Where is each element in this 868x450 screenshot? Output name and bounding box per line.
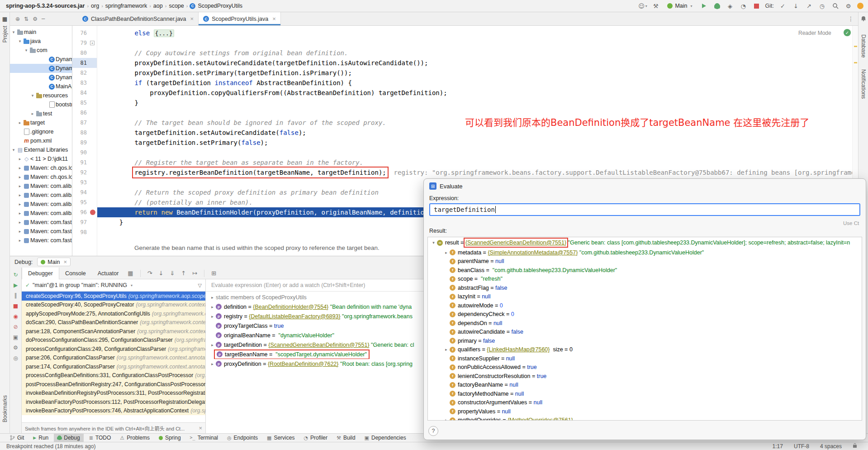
code-line[interactable]: proxyDefinition.setPrimary(targetDefinit… xyxy=(97,68,853,78)
run-config-selector[interactable]: Main ▾ xyxy=(664,2,695,10)
step-over-icon[interactable]: ↷ xyxy=(147,270,152,277)
tree-row[interactable]: ▸Maven: com.alibaba.cloud:spring-cloud-a… xyxy=(10,182,72,191)
result-child-row[interactable]: fparentName = null xyxy=(428,257,862,266)
expand-chevron-icon[interactable]: ▸ xyxy=(209,314,215,319)
avatar[interactable] xyxy=(857,3,863,9)
view-breakpoints-icon[interactable]: ◉ xyxy=(13,314,18,319)
settings-gear-icon[interactable]: ⚙ xyxy=(844,2,853,10)
close-icon[interactable]: × xyxy=(272,15,276,22)
tree-row[interactable]: ▸◇< 11 > D:\jdk11 xyxy=(10,154,72,163)
tab-debugger[interactable]: Debugger xyxy=(22,268,59,279)
result-child-row[interactable]: fnonPublicAccessAllowed = true xyxy=(428,363,862,372)
history-clock-icon[interactable]: ◷ xyxy=(818,2,826,10)
run-button[interactable] xyxy=(700,2,708,10)
sidebar-tab-notifications[interactable]: Notifications xyxy=(860,69,867,99)
tree-chevron-icon[interactable]: ▾ xyxy=(17,39,23,43)
reader-mode-label[interactable]: Reader Mode xyxy=(798,30,831,36)
indent-setting[interactable]: 4 spaces xyxy=(820,443,842,450)
stack-frame[interactable]: parse:206, ConfigurationClassParser(org.… xyxy=(22,354,205,363)
debug-settings-gear-icon[interactable]: ⚙ xyxy=(13,345,18,350)
tree-row[interactable]: ▾java xyxy=(10,37,72,46)
breadcrumb-item[interactable]: spring-aop-5.3.24-sources.jar xyxy=(6,3,85,9)
result-child-row[interactable]: ▸fmetadata = {SimpleAnnotationMetadata@7… xyxy=(428,248,862,257)
object-reference[interactable]: {BeanDefinitionHolder@7554} xyxy=(253,304,328,310)
close-icon[interactable]: × xyxy=(63,259,67,265)
tab-actuator[interactable]: Actuator xyxy=(92,268,125,279)
git-push-icon[interactable]: ↗ xyxy=(805,2,813,10)
expand-chevron-icon[interactable]: ▸ xyxy=(209,305,215,309)
code-line[interactable] xyxy=(97,38,853,48)
tree-row[interactable]: ▸test xyxy=(10,109,72,118)
tree-chevron-icon[interactable]: ▸ xyxy=(17,166,23,170)
tool-button-endpoints[interactable]: ◎Endpoints xyxy=(223,434,261,442)
tree-row[interactable]: ▸Maven: com.fasterxml.jackson.core:jacks… xyxy=(10,218,72,227)
tree-chevron-icon[interactable]: ▾ xyxy=(11,30,16,34)
stack-frame[interactable]: invokeBeanFactoryPostProcessors:746, Abs… xyxy=(22,407,205,416)
code-line[interactable]: proxyDefinition.setAutowireCandidate(tar… xyxy=(97,58,853,68)
stack-frame[interactable]: postProcessBeanDefinitionRegistry:247, C… xyxy=(22,380,205,389)
expand-chevron-icon[interactable]: ▸ xyxy=(443,418,449,421)
tree-chevron-icon[interactable]: ▾ xyxy=(24,48,29,53)
coverage-button[interactable]: ◈ xyxy=(726,2,735,10)
result-child-row[interactable]: flenientConstructorResolution = true xyxy=(428,372,862,381)
status-message[interactable]: Breakpoint reached (18 minutes ago) xyxy=(6,443,95,450)
run-to-cursor-icon[interactable]: ↦ xyxy=(192,270,197,277)
expression-input[interactable]: targetDefinition xyxy=(429,203,860,216)
tool-button-git[interactable]: Git xyxy=(6,434,28,442)
collaboration-users-icon[interactable]: ☺▾ xyxy=(638,2,647,10)
result-child-row[interactable]: fdependencyCheck = 0 xyxy=(428,310,862,319)
stack-frame[interactable]: createScopedProxy:40, ScopedProxyCreator… xyxy=(22,301,205,310)
tree-row[interactable]: mpom.xml xyxy=(10,136,72,145)
tree-row[interactable]: .gitignore xyxy=(10,127,72,136)
stack-frame[interactable]: processConfigBeanDefinitions:331, Config… xyxy=(22,371,205,380)
code-line[interactable]: targetDefinition.setAutowireCandidate(fa… xyxy=(97,128,853,138)
code-line[interactable]: // Copy autowire settings from original … xyxy=(97,48,853,58)
tab-console[interactable]: Console xyxy=(59,268,92,279)
tree-row[interactable]: ▸Maven: com.fasterxml.jackson.core:jacks… xyxy=(10,227,72,236)
object-reference[interactable]: {MethodOverrides@7561} xyxy=(508,417,573,421)
tool-button-problems[interactable]: ⚠Problems xyxy=(116,434,153,442)
gutter-line[interactable]: 79+ xyxy=(72,38,97,48)
tree-chevron-icon[interactable]: ▸ xyxy=(17,175,23,179)
object-reference[interactable]: {SimpleAnnotationMetadata@7557} xyxy=(488,249,578,256)
git-update-icon[interactable]: ↓ xyxy=(792,2,800,10)
tree-row[interactable]: ▾main xyxy=(10,28,72,37)
code-line[interactable]: } xyxy=(97,98,853,108)
tool-button-debug[interactable]: Debug xyxy=(54,434,83,442)
result-child-row[interactable]: ▸fqualifiers = {LinkedHashMap@7560} size… xyxy=(428,345,862,354)
locate-file-icon[interactable]: ⊕ xyxy=(15,16,20,22)
fold-expand-icon[interactable]: + xyxy=(90,41,95,45)
result-row[interactable]: ▾∞result = {ScannedGenericBeanDefinition… xyxy=(428,237,862,248)
tree-chevron-icon[interactable]: ▸ xyxy=(17,184,23,188)
debug-button[interactable] xyxy=(713,2,721,10)
tool-button-profiler[interactable]: ◔Profiler xyxy=(300,434,331,442)
tree-chevron-icon[interactable]: ▸ xyxy=(17,120,23,125)
tool-button-terminal[interactable]: >_Terminal xyxy=(186,434,222,442)
result-child-row[interactable]: fconstructorArgumentValues = null xyxy=(428,398,862,407)
tree-row[interactable]: ▸Maven: com.alibaba.nacos:nacos-client xyxy=(10,191,72,200)
stack-frame[interactable]: doScan:290, ClassPathBeanDefinitionScann… xyxy=(22,318,205,327)
git-commit-check-icon[interactable]: ✓ xyxy=(778,2,787,10)
stack-frame[interactable]: createScopedProxy:96, ScopedProxyUtils(o… xyxy=(22,292,205,301)
stack-frame[interactable]: parse:174, ConfigurationClassParser(org.… xyxy=(22,362,205,371)
result-child-row[interactable]: fprimary = false xyxy=(428,336,862,345)
tree-row[interactable]: CDynamicValueService xyxy=(10,73,72,82)
tool-button-run[interactable]: ▶Run xyxy=(29,434,52,442)
tool-button-spring[interactable]: Spring xyxy=(155,434,185,442)
search-icon[interactable] xyxy=(831,2,840,10)
code-line[interactable]: proxyDefinition.copyQualifiersFrom((Abst… xyxy=(97,88,853,98)
result-child-row[interactable]: fautowireMode = 0 xyxy=(428,301,862,310)
object-reference[interactable]: {RootBeanDefinition@7622} xyxy=(268,361,339,367)
thread-dump-camera-icon[interactable]: ▣ xyxy=(13,335,18,340)
object-reference[interactable]: {LinkedHashMap@7560} xyxy=(487,346,550,353)
code-line[interactable]: else {...} xyxy=(97,28,853,38)
git-widget-label[interactable]: Git: xyxy=(765,3,774,9)
expand-chevron-icon[interactable]: ▸ xyxy=(443,347,449,352)
tree-chevron-icon[interactable]: ▸ xyxy=(17,193,23,197)
stack-frame[interactable]: invokeBeanDefinitionRegistryPostProcesso… xyxy=(22,389,205,398)
expand-chevron-icon[interactable]: ▸ xyxy=(443,250,449,255)
result-child-row[interactable]: fautowireCandidate = false xyxy=(428,328,862,337)
notifications-bell-icon[interactable] xyxy=(861,16,866,23)
sidebar-tab-bookmarks[interactable]: Bookmarks xyxy=(2,395,8,422)
breadcrumb-item[interactable]: aop xyxy=(153,3,163,9)
